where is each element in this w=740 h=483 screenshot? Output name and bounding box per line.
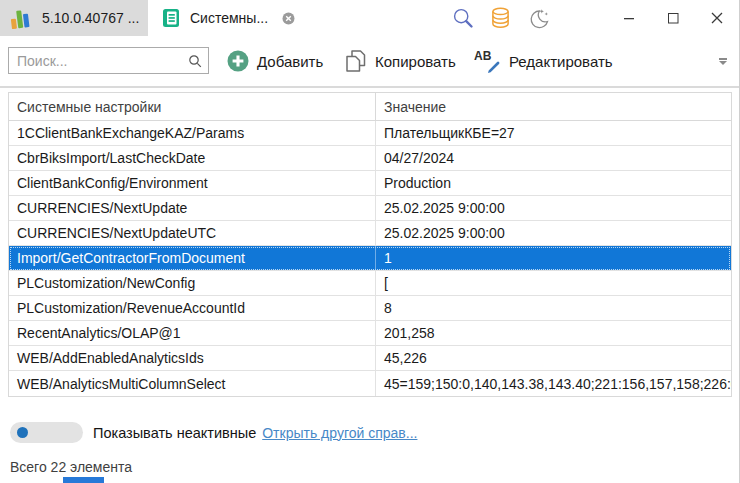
copy-button-label: Копировать [375,53,456,70]
dark-mode-moon-icon[interactable] [526,6,551,31]
table-header-row: Системные настройки Значение [9,93,731,121]
add-plus-icon [227,50,249,72]
settings-table-body: 1CClientBankExchangeKAZ/ParamsПлательщик… [9,121,731,396]
setting-name-cell: 1CClientBankExchangeKAZ/Params [9,121,376,145]
table-row[interactable]: PLCustomization/NewConfig[ [9,271,731,296]
app-window: 5.10.0.40767 ... Системны... [0,0,740,483]
footer-controls: Показывать неактивные Открыть другой спр… [10,422,417,443]
setting-value-cell: Production [376,171,731,195]
copy-button[interactable]: Копировать [344,36,456,86]
setting-name-cell: WEB/AnalyticsMultiColumnSelect [9,371,376,396]
setting-value-cell: 04/27/2024 [376,146,731,170]
toolbar-customize-dropdown-icon[interactable] [719,61,727,65]
app-logo-icon [9,6,33,30]
titlebar-tools [452,0,551,36]
document-tab[interactable]: Системны... [148,0,300,36]
table-row[interactable]: ClientBankConfig/EnvironmentProduction [9,171,731,196]
search-input[interactable] [9,53,188,69]
setting-name-cell: CURRENCIES/NextUpdateUTC [9,221,376,245]
setting-name-cell: ClientBankConfig/Environment [9,171,376,195]
search-box [8,47,209,74]
setting-name-cell: PLCustomization/NewConfig [9,271,376,295]
copy-icon [344,49,367,74]
show-inactive-toggle[interactable] [10,422,83,443]
add-button-label: Добавить [257,53,323,70]
toggle-dot [17,427,28,438]
book-icon [161,8,181,28]
edit-button-label: Редактировать [509,53,613,70]
search-icon[interactable] [452,7,475,30]
open-other-reference-link[interactable]: Открыть другой справ... [262,425,417,441]
app-version-label: 5.10.0.40767 ... [42,10,139,26]
bottom-blue-strip [63,477,104,483]
column-header-settings[interactable]: Системные настройки [9,93,376,120]
table-row[interactable]: PLCustomization/RevenueAccountId8 [9,296,731,321]
setting-value-cell: [ [376,271,731,295]
setting-value-cell: 201,258 [376,321,731,345]
column-header-value[interactable]: Значение [376,93,731,120]
maximize-button[interactable] [651,0,695,36]
setting-name-cell: RecentAnalytics/OLAP@1 [9,321,376,345]
table-row[interactable]: Import/GetContractorFromDocument1 [9,246,731,271]
title-bar: 5.10.0.40767 ... Системны... [0,0,739,36]
setting-value-cell: 8 [376,296,731,320]
show-inactive-label: Показывать неактивные [93,425,256,441]
tab-close-icon[interactable] [282,12,295,25]
table-row[interactable]: CURRENCIES/NextUpdateUTC25.02.2025 9:00:… [9,221,731,246]
table-row[interactable]: WEB/AddEnabledAnalyticsIds45,226 [9,346,731,371]
settings-table: Системные настройки Значение 1CClientBan… [8,92,732,397]
status-total-count: Всего 22 элемента [10,459,132,475]
document-tab-label: Системны... [190,10,268,26]
edit-ab-pencil-icon: AB [474,48,501,74]
table-row[interactable]: CbrBiksImport/LastCheckDate04/27/2024 [9,146,731,171]
minimize-button[interactable] [607,0,651,36]
database-icon[interactable] [490,7,511,30]
setting-value-cell: 45,226 [376,346,731,370]
table-row[interactable]: CURRENCIES/NextUpdate25.02.2025 9:00:00 [9,196,731,221]
table-row[interactable]: WEB/AnalyticsMultiColumnSelect45=159;150… [9,371,731,396]
table-row[interactable]: 1CClientBankExchangeKAZ/ParamsПлательщик… [9,121,731,146]
setting-name-cell: Import/GetContractorFromDocument [9,246,376,270]
setting-value-cell: 25.02.2025 9:00:00 [376,221,731,245]
setting-value-cell: 25.02.2025 9:00:00 [376,196,731,220]
setting-value-cell: ПлательщикКБЕ=27 [376,121,731,145]
search-input-magnifier-icon[interactable] [188,54,202,68]
toolbar: Добавить Копировать AB Редактировать [0,36,739,88]
setting-name-cell: CURRENCIES/NextUpdate [9,196,376,220]
app-version-tab[interactable]: 5.10.0.40767 ... [0,0,148,36]
setting-value-cell: 1 [376,246,731,270]
edit-button[interactable]: AB Редактировать [474,36,613,86]
setting-value-cell: 45=159;150:0,140,143.38,143.40;221:156,1… [376,371,731,396]
window-controls [607,0,739,36]
add-button[interactable]: Добавить [227,36,323,86]
setting-name-cell: PLCustomization/RevenueAccountId [9,296,376,320]
setting-name-cell: CbrBiksImport/LastCheckDate [9,146,376,170]
table-row[interactable]: RecentAnalytics/OLAP@1201,258 [9,321,731,346]
setting-name-cell: WEB/AddEnabledAnalyticsIds [9,346,376,370]
close-button[interactable] [695,0,739,36]
